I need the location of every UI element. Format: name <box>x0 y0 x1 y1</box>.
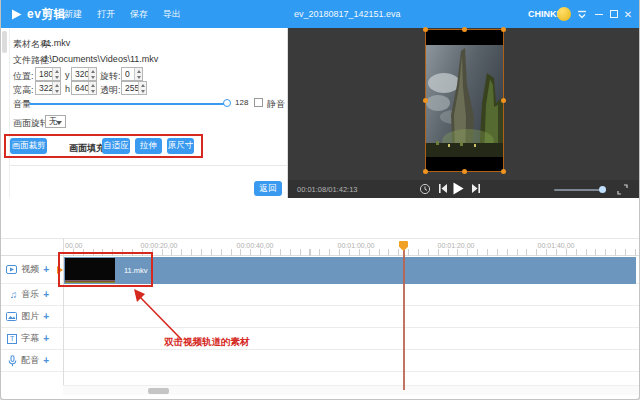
volume-slider-thumb[interactable] <box>223 99 231 107</box>
ruler-label: 00:00:20,00 <box>141 242 178 249</box>
fullscreen-icon[interactable] <box>617 184 628 195</box>
playback-time: 00:01:08/01:42:13 <box>297 180 357 198</box>
music-icon: ♫ <box>10 289 18 300</box>
preview-volume-thumb[interactable] <box>599 186 606 193</box>
close-button[interactable]: ✕ <box>622 8 634 20</box>
mic-icon <box>8 355 17 367</box>
track-header-dub: 配音 + <box>1 350 63 371</box>
divider <box>10 165 287 166</box>
track-name: 字幕 <box>21 332 39 345</box>
annotation-arrow <box>126 284 196 344</box>
mute-checkbox[interactable] <box>254 98 263 107</box>
add-track-button[interactable]: + <box>43 289 49 300</box>
resize-handle[interactable] <box>462 169 467 174</box>
track-row-dub[interactable]: 配音 + <box>1 350 640 372</box>
track-header-video: 视频 + <box>1 256 63 283</box>
height-input[interactable]: 640 <box>71 81 97 95</box>
ruler-label: 00:01:40,00 <box>538 242 575 249</box>
file-path-value: d:\Documents\Videos\11.mkv <box>42 54 158 64</box>
track-row-music[interactable]: ♫ 音乐 + <box>1 284 640 306</box>
material-name-value: 11.mkv <box>42 38 70 48</box>
annotation-box-clip <box>58 252 153 287</box>
position-y-label: y <box>65 70 70 80</box>
subtitle-icon: T <box>7 334 17 344</box>
position-x-input[interactable]: 180 <box>35 67 61 81</box>
track-header-music: ♫ 音乐 + <box>1 284 63 305</box>
resize-handle[interactable] <box>501 27 506 32</box>
rotate-input[interactable]: 0 <box>121 67 143 81</box>
image-icon <box>6 312 17 321</box>
clip-inspector-panel: 素材名称: 11.mkv 文件路径: d:\Documents\Videos\1… <box>9 28 288 210</box>
spinner-arrows[interactable] <box>88 82 96 94</box>
ruler-label: 00:01:20,00 <box>438 242 475 249</box>
document-title: ev_20180817_142151.eva <box>294 0 401 28</box>
minimize-button[interactable] <box>593 8 605 20</box>
annotation-box-fill-buttons <box>4 134 203 158</box>
width-input[interactable]: 322 <box>35 81 61 95</box>
track-header-image: 图片 + <box>1 306 63 327</box>
rotate-value: 0 <box>125 69 130 79</box>
alpha-input[interactable]: 255 <box>121 81 147 95</box>
track-row-image[interactable]: 图片 + <box>1 306 640 328</box>
next-frame-icon[interactable] <box>471 183 481 194</box>
back-button[interactable]: 返回 <box>254 181 282 196</box>
video-preview-area <box>288 28 640 180</box>
ruler-label: 00,00 <box>65 242 83 249</box>
play-button-icon[interactable] <box>452 182 464 195</box>
chevron-down-icon <box>56 121 62 125</box>
resize-handle[interactable] <box>423 169 428 174</box>
timeline-toolbar: 对齐 ✂ 分割 配音 ✎ 编辑 T 字幕 清空 00:01:08.20 − + … <box>1 198 640 238</box>
app-window: ev剪辑 新建 打开 保存 导出 ev_20180817_142151.eva … <box>0 0 640 400</box>
horizontal-scrollbar[interactable] <box>63 385 640 395</box>
skin-icon[interactable] <box>576 8 588 20</box>
add-track-button[interactable]: + <box>43 264 49 275</box>
spinner-arrows[interactable] <box>52 68 60 80</box>
resize-handle[interactable] <box>423 98 428 103</box>
playhead-line <box>403 250 405 390</box>
playback-controls-bar: 00:01:08/01:42:13 <box>288 180 640 198</box>
track-header-subtitle: T 字幕 + <box>1 328 63 349</box>
scrollbar-thumb[interactable] <box>148 388 169 394</box>
spinner-arrows[interactable] <box>134 68 142 80</box>
loop-clock-icon[interactable] <box>419 183 431 195</box>
add-track-button[interactable]: + <box>43 311 49 322</box>
resize-handle[interactable] <box>462 27 467 32</box>
previous-frame-icon[interactable] <box>438 183 448 194</box>
maximize-button[interactable] <box>608 8 620 20</box>
mute-label: 静音 <box>267 98 285 111</box>
volume-value: 128 <box>235 98 248 107</box>
volume-slider[interactable] <box>29 103 225 105</box>
app-logo: ev剪辑 <box>11 0 66 28</box>
spinner-arrows[interactable] <box>52 82 60 94</box>
track-name: 配音 <box>21 354 39 367</box>
menu-export[interactable]: 导出 <box>160 8 184 21</box>
rotate-label: 旋转: <box>100 70 121 83</box>
ruler-label: 00:00:40,00 <box>237 242 274 249</box>
menu-new[interactable]: 新建 <box>61 8 85 21</box>
height-label: h <box>65 84 70 94</box>
avatar[interactable] <box>557 7 571 21</box>
position-y-input[interactable]: 320 <box>71 67 97 81</box>
ruler-label: 00:01:00,00 <box>338 242 375 249</box>
resize-handle[interactable] <box>423 27 428 32</box>
alpha-label: 透明: <box>100 84 121 97</box>
resize-handle[interactable] <box>501 169 506 174</box>
panel-scrollbar[interactable] <box>2 31 7 53</box>
track-row-subtitle[interactable]: T 字幕 + <box>1 328 640 350</box>
track-name: 音乐 <box>21 288 39 301</box>
menu-bar: 新建 打开 保存 导出 <box>61 0 184 28</box>
video-frame[interactable] <box>425 29 504 172</box>
track-name: 图片 <box>21 310 39 323</box>
spinner-arrows[interactable] <box>138 82 146 94</box>
annotation-text: 双击视频轨道的素材 <box>164 336 250 349</box>
add-track-button[interactable]: + <box>43 333 49 344</box>
rotation-select[interactable]: 无 <box>45 115 66 128</box>
menu-save[interactable]: 保存 <box>127 8 151 21</box>
video-content <box>426 45 503 157</box>
menu-open[interactable]: 打开 <box>94 8 118 21</box>
video-icon <box>6 265 17 274</box>
resize-handle[interactable] <box>501 98 506 103</box>
spinner-arrows[interactable] <box>88 68 96 80</box>
play-logo-icon <box>11 9 22 20</box>
add-track-button[interactable]: + <box>43 355 49 366</box>
